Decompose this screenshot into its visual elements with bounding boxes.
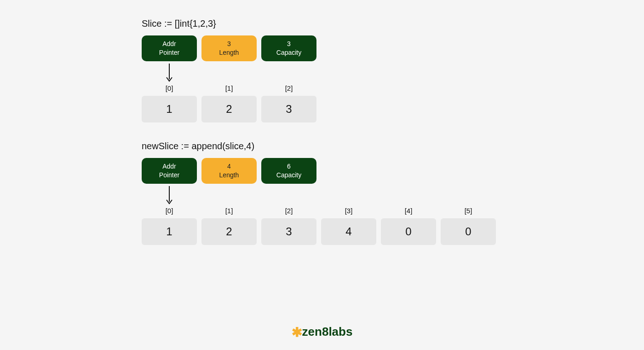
- array-cell: [3] 4: [321, 207, 376, 245]
- brand-name: zen8labs: [302, 325, 353, 338]
- array-row-1: [0] 1 [1] 2 [2] 3: [142, 84, 496, 122]
- length-box: 3 Length: [201, 35, 257, 61]
- addr-label-line2: Pointer: [159, 48, 179, 57]
- addr-pointer-box: Addr Pointer: [142, 158, 197, 184]
- cell-value: 3: [261, 218, 316, 245]
- capacity-value: 6: [287, 162, 291, 171]
- cell-value: 0: [441, 218, 496, 245]
- length-label: Length: [219, 48, 239, 57]
- array-row-2: [0] 1 [1] 2 [2] 3 [3] 4 [4] 0 [5] 0: [142, 207, 496, 245]
- cell-index: [2]: [285, 84, 293, 92]
- cell-index: [3]: [345, 207, 353, 215]
- newslice-header-row: Addr Pointer 4 Length 6 Capacity: [142, 158, 496, 184]
- length-label: Length: [219, 171, 239, 180]
- cell-index: [0]: [166, 84, 173, 92]
- slice-header-row: Addr Pointer 3 Length 3 Capacity: [142, 35, 496, 61]
- section-slice: Slice := []int{1,2,3} Addr Pointer 3 Len…: [142, 18, 496, 122]
- array-cell: [1] 2: [201, 84, 257, 122]
- cell-index: [1]: [225, 84, 233, 92]
- capacity-label: Capacity: [276, 48, 301, 57]
- capacity-box: 3 Capacity: [261, 35, 316, 61]
- brand-logo: ✱zen8labs: [0, 325, 644, 340]
- cell-value: 1: [142, 218, 197, 245]
- cell-index: [0]: [166, 207, 173, 215]
- pointer-arrow: [142, 61, 197, 84]
- cell-value: 2: [201, 218, 257, 245]
- length-box: 4 Length: [201, 158, 257, 184]
- section-newslice: newSlice := append(slice,4) Addr Pointer…: [142, 141, 496, 245]
- asterisk-icon: ✱: [292, 325, 302, 339]
- cell-value: 3: [261, 96, 316, 122]
- cell-value: 1: [142, 96, 197, 122]
- capacity-value: 3: [287, 40, 291, 48]
- addr-label-line1: Addr: [162, 40, 176, 48]
- slice-declaration: Slice := []int{1,2,3}: [142, 18, 496, 29]
- cell-value: 4: [321, 218, 376, 245]
- capacity-box: 6 Capacity: [261, 158, 316, 184]
- addr-label-line1: Addr: [162, 162, 176, 171]
- addr-label-line2: Pointer: [159, 171, 179, 180]
- array-cell: [0] 1: [142, 207, 197, 245]
- array-cell: [2] 3: [261, 207, 316, 245]
- length-value: 3: [227, 40, 231, 48]
- array-cell: [4] 0: [381, 207, 436, 245]
- array-cell: [0] 1: [142, 84, 197, 122]
- newslice-declaration: newSlice := append(slice,4): [142, 141, 496, 152]
- cell-value: 0: [381, 218, 436, 245]
- length-value: 4: [227, 162, 231, 171]
- cell-index: [1]: [225, 207, 233, 215]
- array-cell: [2] 3: [261, 84, 316, 122]
- addr-pointer-box: Addr Pointer: [142, 35, 197, 61]
- capacity-label: Capacity: [276, 171, 301, 180]
- cell-value: 2: [201, 96, 257, 122]
- cell-index: [4]: [405, 207, 413, 215]
- array-cell: [1] 2: [201, 207, 257, 245]
- pointer-arrow: [142, 184, 197, 207]
- cell-index: [2]: [285, 207, 293, 215]
- cell-index: [5]: [465, 207, 472, 215]
- array-cell: [5] 0: [441, 207, 496, 245]
